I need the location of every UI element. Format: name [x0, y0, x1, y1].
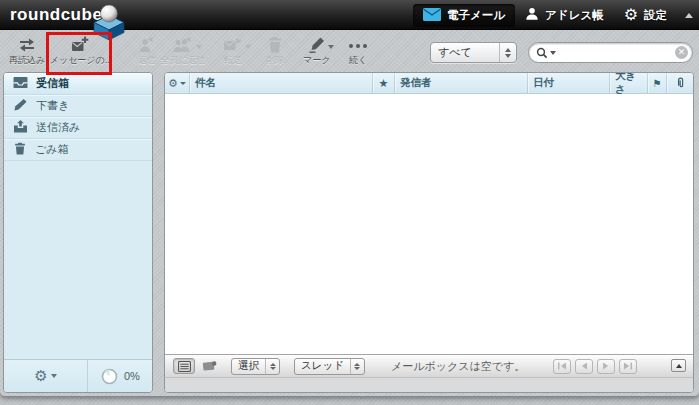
mark-marker-icon	[308, 33, 326, 53]
message-list-body-empty	[165, 94, 693, 354]
tab-addressbook-label: アドレス帳	[545, 8, 604, 23]
column-star-icon[interactable]: ★	[372, 73, 394, 93]
next-page-button[interactable]	[597, 359, 615, 374]
settings-gear-icon: ⚙	[624, 7, 638, 23]
list-controls-bar: 選択 スレッド メールボックスは空です。	[165, 354, 693, 377]
delete-trash-icon	[267, 33, 283, 53]
preview-pane-toggle-icon[interactable]	[203, 360, 218, 371]
select-dropdown-value: 選択	[232, 359, 265, 373]
collapse-panel-button[interactable]	[671, 359, 686, 372]
reply-icon	[138, 33, 156, 53]
select-arrows-icon	[499, 43, 516, 62]
app-window: roundcube 電子メール	[0, 0, 699, 397]
tab-settings[interactable]: ⚙ 設定	[614, 4, 677, 27]
reload-button[interactable]: 再読込み	[6, 33, 48, 69]
more-button[interactable]: 続く	[338, 33, 378, 69]
reply-all-icon	[172, 33, 194, 53]
trash-icon	[13, 142, 27, 157]
tab-mail-label: 電子メール	[447, 8, 505, 23]
folder-actions-gear-icon: ⚙	[34, 369, 47, 384]
column-attachment-icon[interactable]	[666, 73, 693, 93]
search-box: ✕	[528, 42, 693, 63]
forward-caret-icon[interactable]	[245, 45, 251, 49]
last-page-button[interactable]	[619, 359, 637, 374]
folder-sent[interactable]: 送信済み	[4, 117, 152, 139]
select-dropdown[interactable]: 選択	[231, 358, 280, 375]
reply-all-button[interactable]: 全員に返信	[158, 33, 208, 69]
drafts-pencil-icon	[13, 98, 28, 113]
select-arrows-icon	[265, 359, 279, 374]
column-date[interactable]: 日付	[527, 73, 609, 93]
mark-button[interactable]: マーク	[297, 33, 337, 69]
more-dots-icon	[347, 33, 369, 53]
select-arrows-icon	[350, 359, 364, 374]
folder-drafts[interactable]: 下書き	[4, 95, 152, 117]
folder-list-empty-space	[4, 161, 152, 359]
tab-addressbook[interactable]: アドレス帳	[515, 4, 614, 27]
quota-pie-icon	[101, 368, 118, 385]
folder-trash-label: ごみ箱	[35, 142, 69, 157]
list-options-button[interactable]: ⚙	[165, 73, 189, 93]
tab-settings-label: 設定	[644, 8, 667, 23]
mailbox-empty-message: メールボックスは空です。	[391, 359, 525, 374]
quota-indicator: 0%	[88, 368, 140, 385]
list-filter-select[interactable]: すべて	[430, 42, 517, 63]
first-page-button[interactable]	[553, 359, 571, 374]
forward-icon	[223, 33, 243, 53]
folder-sent-label: 送信済み	[36, 120, 80, 135]
folder-drafts-label: 下書き	[36, 98, 69, 113]
task-navigation: 電子メール アドレス帳 ⚙ 設定	[413, 0, 693, 30]
column-flag-icon[interactable]: ⚑	[647, 73, 666, 93]
thread-dropdown[interactable]: スレッド	[294, 358, 365, 375]
folder-actions-button[interactable]: ⚙	[4, 360, 88, 392]
list-footer-strip	[165, 377, 693, 392]
tab-mail[interactable]: 電子メール	[413, 4, 515, 27]
topbar: roundcube 電子メール	[0, 0, 699, 30]
collapse-arrow-icon	[676, 364, 682, 368]
mark-caret-icon[interactable]	[328, 45, 334, 49]
folder-inbox[interactable]: 受信箱	[4, 73, 152, 95]
message-list-panel: ⚙ 件名 ★ 発信者 日付 大きさ ⚑	[164, 72, 694, 393]
list-view-mode-button[interactable]	[173, 358, 195, 374]
sent-icon	[13, 120, 28, 135]
search-input[interactable]	[560, 47, 675, 59]
mail-icon	[423, 8, 441, 23]
reply-all-caret-icon[interactable]	[196, 45, 202, 49]
roundcube-cube-logo-icon	[88, 2, 130, 44]
collapse-topbar-icon[interactable]	[685, 13, 693, 18]
delete-button[interactable]: 削除	[255, 33, 295, 69]
addressbook-person-icon	[525, 7, 539, 23]
folder-sidebar: 受信箱 下書き 送信済み ごみ箱	[3, 72, 153, 393]
message-list-header: ⚙ 件名 ★ 発信者 日付 大きさ ⚑	[165, 73, 693, 94]
list-options-caret-icon	[180, 82, 186, 85]
folder-trash[interactable]: ごみ箱	[4, 139, 152, 161]
list-options-gear-icon: ⚙	[168, 78, 178, 89]
quota-value: 0%	[124, 370, 140, 382]
inbox-icon	[13, 76, 28, 91]
previous-page-button[interactable]	[575, 359, 593, 374]
pagination	[553, 359, 637, 374]
thread-dropdown-value: スレッド	[295, 359, 350, 373]
forward-button[interactable]: 転送	[213, 33, 253, 69]
sidebar-footer: ⚙ 0%	[4, 359, 152, 392]
sidebar-splitter[interactable]	[153, 72, 164, 393]
search-icon	[536, 47, 548, 59]
column-subject[interactable]: 件名	[189, 73, 372, 93]
refresh-icon	[17, 33, 37, 53]
folder-actions-caret-icon	[51, 374, 57, 378]
folder-inbox-label: 受信箱	[36, 76, 69, 91]
column-size[interactable]: 大きさ	[609, 73, 647, 93]
column-from[interactable]: 発信者	[394, 73, 527, 93]
list-filter-value: すべて	[431, 45, 499, 60]
search-clear-icon[interactable]: ✕	[675, 46, 688, 59]
search-scope-caret-icon[interactable]	[550, 51, 556, 55]
content-area: 受信箱 下書き 送信済み ごみ箱	[0, 70, 699, 396]
